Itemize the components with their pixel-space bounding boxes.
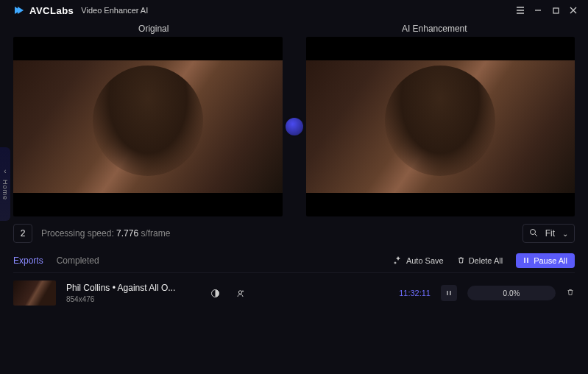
menu-button[interactable] [511, 1, 529, 19]
export-meta: Phil Collins • Against All O... 854x476 [66, 283, 199, 303]
original-panel [13, 37, 283, 216]
export-progress: 0.0% [467, 286, 556, 300]
pause-all-label: Pause All [534, 256, 567, 265]
svg-point-3 [238, 290, 241, 293]
enhanced-frame [306, 60, 575, 193]
delete-all-label: Delete All [469, 256, 503, 265]
export-resolution: 854x476 [66, 295, 199, 303]
export-title: Phil Collins • Against All O... [66, 283, 199, 293]
speed-label: Processing speed: [41, 228, 114, 239]
tab-exports[interactable]: Exports [13, 255, 43, 266]
processing-speed: Processing speed: 7.776 s/frame [41, 228, 170, 239]
original-label: Original [13, 24, 294, 34]
pause-icon [523, 256, 530, 265]
app-logo-icon [13, 4, 25, 16]
chevron-left-icon: ‹ [4, 167, 6, 175]
auto-save-button[interactable]: Auto Save [394, 255, 444, 266]
compare-header: Original AI Enhancement [13, 21, 575, 37]
svg-point-1 [530, 229, 535, 234]
frame-counter: 2 [13, 224, 32, 243]
minimize-button[interactable] [529, 1, 547, 19]
speed-value: 7.776 [116, 228, 138, 239]
maximize-button[interactable] [547, 1, 564, 19]
sidebar-label: Home [1, 180, 9, 200]
wand-icon [394, 255, 403, 266]
export-item: Phil Collins • Against All O... 854x476 … [13, 280, 575, 306]
chevron-down-icon: ⌄ [562, 230, 568, 238]
compare-slider-handle[interactable] [286, 118, 303, 135]
original-frame [13, 60, 283, 193]
face-enhance-icon [234, 287, 246, 299]
export-progress-value: 0.0% [503, 289, 520, 297]
zoom-control[interactable]: Fit ⌄ [523, 224, 575, 243]
export-delete-button[interactable] [566, 288, 575, 299]
tab-completed[interactable]: Completed [57, 255, 99, 266]
export-pause-button[interactable] [441, 285, 457, 301]
svg-rect-0 [553, 8, 559, 13]
enhanced-label: AI Enhancement [294, 24, 575, 34]
auto-save-label: Auto Save [406, 256, 444, 265]
speed-unit: s/frame [141, 228, 170, 239]
enhanced-panel [306, 37, 575, 216]
exports-tabs: Exports Completed Auto Save Delete All P… [13, 253, 575, 273]
sidebar-toggle[interactable]: ‹ Home [0, 147, 10, 221]
pause-all-button[interactable]: Pause All [516, 253, 575, 268]
compare-view [13, 37, 575, 216]
zoom-mode: Fit [545, 228, 555, 239]
status-bar: 2 Processing speed: 7.776 s/frame Fit ⌄ [13, 224, 575, 243]
zoom-icon [529, 228, 538, 239]
delete-all-button[interactable]: Delete All [457, 256, 503, 266]
trash-icon [457, 256, 465, 266]
contrast-icon [209, 287, 221, 299]
titlebar: AVCLabs Video Enhancer AI [0, 0, 588, 21]
export-elapsed: 11:32:11 [399, 289, 431, 297]
brand-name: AVCLabs [29, 5, 74, 16]
close-button[interactable] [564, 1, 582, 19]
app-name: Video Enhancer AI [81, 6, 148, 15]
export-thumbnail[interactable] [13, 280, 56, 306]
